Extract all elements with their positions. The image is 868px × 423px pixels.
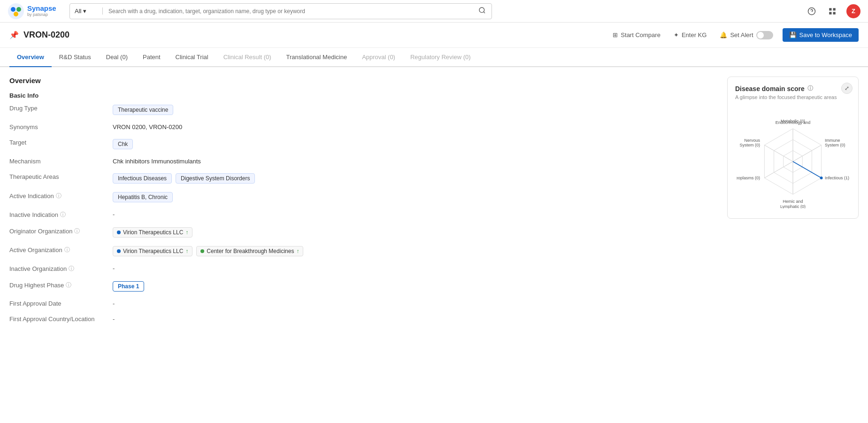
field-synonyms: Synonyms VRON 0200, VRON-0200 bbox=[9, 123, 718, 131]
tab-regulatory-review: Regulatory Review (0) bbox=[403, 48, 478, 67]
org-name-virion-originator: Virion Therapeutics LLC bbox=[123, 229, 183, 236]
field-drug-type: Drug Type Therapeutic vaccine bbox=[9, 105, 718, 115]
org-arrow-up-2: ↑ bbox=[185, 248, 188, 254]
drug-phase-info-icon[interactable]: ⓘ bbox=[66, 281, 71, 289]
org-name-virion-active: Virion Therapeutics LLC bbox=[123, 248, 183, 254]
basic-info-title: Basic Info bbox=[9, 92, 718, 99]
value-approval-date: - bbox=[113, 300, 718, 307]
label-target: Target bbox=[9, 139, 103, 146]
kg-icon: ✦ bbox=[674, 31, 679, 38]
synonyms-text: VRON 0200, VRON-0200 bbox=[113, 123, 182, 131]
active-org-info-icon[interactable]: ⓘ bbox=[64, 246, 70, 254]
tag-phase-1: Phase 1 bbox=[113, 281, 144, 292]
svg-text:Neoplasms (0): Neoplasms (0) bbox=[737, 176, 760, 180]
svg-text:Hemic and: Hemic and bbox=[783, 199, 803, 204]
label-inactive-org: Inactive Organization ⓘ bbox=[9, 265, 103, 273]
tab-clinical-trial[interactable]: Clinical Trial bbox=[168, 48, 216, 67]
value-active-indication: Hepatitis B, Chronic bbox=[113, 192, 718, 202]
value-originator-org: Virion Therapeutics LLC ↑ bbox=[113, 227, 718, 238]
score-info-icon[interactable]: ⓘ bbox=[807, 85, 813, 92]
svg-rect-10 bbox=[829, 12, 831, 14]
disease-domain-score-panel: Disease domain score ⓘ A glimpse into th… bbox=[727, 77, 859, 219]
pin-icon: 📌 bbox=[9, 31, 19, 39]
org-badge-cbm[interactable]: Center for Breakthrough Medicines ↑ bbox=[196, 246, 303, 256]
value-synonyms: VRON 0200, VRON-0200 bbox=[113, 123, 718, 131]
tab-translational-medicine[interactable]: Translational Medicine bbox=[279, 48, 355, 67]
svg-text:Metabolic (0): Metabolic (0) bbox=[781, 119, 805, 123]
svg-text:System (0): System (0) bbox=[825, 143, 845, 147]
value-inactive-org: - bbox=[113, 265, 718, 272]
value-drug-type: Therapeutic vaccine bbox=[113, 105, 718, 115]
value-therapeutic-areas: Infectious Diseases Digestive System Dis… bbox=[113, 173, 718, 184]
drug-title-bar: 📌 VRON-0200 ⊞ Start Compare ✦ Enter KG 🔔… bbox=[0, 23, 868, 48]
svg-point-2 bbox=[16, 7, 21, 12]
main-content: Overview Basic Info Drug Type Therapeuti… bbox=[0, 67, 868, 340]
inactive-indication-info-icon[interactable]: ⓘ bbox=[60, 211, 66, 219]
svg-point-3 bbox=[14, 12, 18, 16]
svg-text:System (0): System (0) bbox=[739, 143, 760, 147]
synapse-logo-icon bbox=[8, 3, 24, 20]
logo-sub-label: by patsnap bbox=[27, 13, 56, 17]
logo-text: Synapse by patsnap bbox=[27, 5, 56, 17]
score-title-text: Disease domain score bbox=[735, 85, 805, 92]
tag-hepatitis-b[interactable]: Hepatitis B, Chronic bbox=[113, 192, 173, 202]
org-badge-virion-originator[interactable]: Virion Therapeutics LLC ↑ bbox=[113, 227, 192, 238]
value-approval-country: - bbox=[113, 315, 718, 323]
field-active-org: Active Organization ⓘ Virion Therapeutic… bbox=[9, 246, 718, 256]
svg-rect-11 bbox=[833, 12, 836, 14]
drug-name: VRON-0200 bbox=[23, 30, 69, 40]
tag-digestive-disorders[interactable]: Digestive System Disorders bbox=[176, 173, 255, 184]
label-active-indication: Active Indication ⓘ bbox=[9, 192, 103, 200]
tag-chk[interactable]: Chk bbox=[113, 139, 133, 149]
navbar: Synapse by patsnap All ▾ Z bbox=[0, 0, 868, 23]
help-button[interactable] bbox=[805, 5, 818, 18]
enter-kg-button[interactable]: ✦ Enter KG bbox=[670, 30, 710, 40]
field-approval-country: First Approval Country/Location - bbox=[9, 315, 718, 323]
alert-toggle[interactable] bbox=[756, 31, 773, 39]
svg-marker-21 bbox=[793, 162, 822, 178]
field-drug-phase: Drug Highest Phase ⓘ Phase 1 bbox=[9, 281, 718, 292]
tab-overview[interactable]: Overview bbox=[9, 48, 52, 67]
toggle-slider bbox=[756, 31, 773, 39]
tag-infectious-diseases[interactable]: Infectious Diseases bbox=[113, 173, 172, 184]
compare-icon: ⊞ bbox=[613, 31, 618, 38]
expand-score-panel-button[interactable]: ⤢ bbox=[841, 83, 853, 94]
alert-icon: 🔔 bbox=[720, 31, 727, 38]
value-mechanism: Chk inhibitors Immunostimulants bbox=[113, 158, 718, 165]
field-originator-org: Originator Organization ⓘ Virion Therape… bbox=[9, 227, 718, 238]
search-bar: All ▾ bbox=[69, 3, 492, 19]
label-inactive-indication: Inactive Indication ⓘ bbox=[9, 211, 103, 219]
label-mechanism: Mechanism bbox=[9, 158, 103, 165]
grid-icon[interactable] bbox=[826, 5, 839, 18]
tab-clinical-result: Clinical Result (0) bbox=[216, 48, 279, 67]
user-avatar[interactable]: Z bbox=[846, 4, 860, 18]
inactive-org-info-icon[interactable]: ⓘ bbox=[69, 265, 74, 273]
field-approval-date: First Approval Date - bbox=[9, 300, 718, 307]
score-panel-title: Disease domain score ⓘ bbox=[735, 85, 851, 92]
field-therapeutic-areas: Therapeutic Areas Infectious Diseases Di… bbox=[9, 173, 718, 184]
org-arrow-up-3: ↑ bbox=[296, 248, 299, 254]
start-compare-label: Start Compare bbox=[621, 31, 661, 38]
tab-patent[interactable]: Patent bbox=[135, 48, 168, 67]
save-icon: 💾 bbox=[789, 31, 797, 38]
active-indication-info-icon[interactable]: ⓘ bbox=[56, 192, 61, 200]
org-badge-virion-active[interactable]: Virion Therapeutics LLC ↑ bbox=[113, 246, 192, 256]
svg-point-4 bbox=[479, 8, 484, 13]
tab-approval: Approval (0) bbox=[354, 48, 403, 67]
label-therapeutic-areas: Therapeutic Areas bbox=[9, 173, 103, 180]
value-active-org: Virion Therapeutics LLC ↑ Center for Bre… bbox=[113, 246, 718, 256]
drug-actions: ⊞ Start Compare ✦ Enter KG 🔔 Set Alert 💾… bbox=[609, 28, 859, 42]
tag-therapeutic-vaccine: Therapeutic vaccine bbox=[113, 105, 173, 115]
search-button[interactable] bbox=[473, 7, 492, 15]
search-filter-dropdown[interactable]: All ▾ bbox=[70, 8, 103, 15]
tab-rd-status[interactable]: R&D Status bbox=[52, 48, 99, 67]
radar-svg: Endocrinology and Metabolic (0) Immune S… bbox=[737, 110, 849, 208]
content-left: Overview Basic Info Drug Type Therapeuti… bbox=[9, 77, 718, 331]
save-workspace-button[interactable]: 💾 Save to Workspace bbox=[783, 28, 859, 42]
start-compare-button[interactable]: ⊞ Start Compare bbox=[609, 30, 664, 40]
originator-org-info-icon[interactable]: ⓘ bbox=[74, 227, 80, 235]
save-label: Save to Workspace bbox=[799, 31, 852, 38]
search-input[interactable] bbox=[103, 8, 473, 15]
tab-deal[interactable]: Deal (0) bbox=[99, 48, 135, 67]
label-approval-date: First Approval Date bbox=[9, 300, 103, 307]
